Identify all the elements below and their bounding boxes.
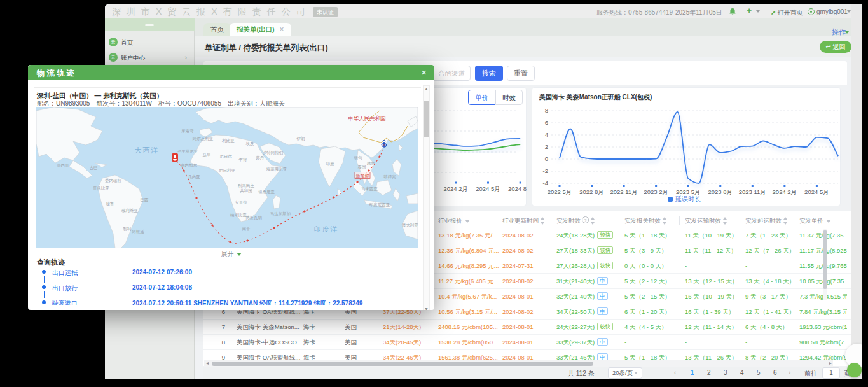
sort-icon[interactable]: [783, 217, 789, 225]
sidebar-collapse-dash-icon[interactable]: [145, 24, 154, 26]
scroll-right-arrow-icon[interactable]: ▸: [827, 360, 834, 367]
svg-text:坦桑尼亚: 坦桑尼亚: [258, 190, 275, 194]
timeline-event-label: 出口运抵: [52, 269, 78, 278]
account-circle-icon: 云: [109, 53, 118, 62]
logistics-track-modal: 物流轨迹 × 深圳-盐田（中国） — 弗利克斯托（英国） 船名：UN989300…: [28, 65, 434, 310]
table-row[interactable]: 9美国海卡 OA联盟航线...海卡美国34天(22-46天)1561.38 元/…: [203, 350, 851, 360]
table-row[interactable]: 7美国海卡 美森Matson...海卡美国21天(14-28天)2408.16 …: [203, 320, 851, 335]
modal-title: 物流轨迹: [37, 68, 76, 79]
pagination-page-4[interactable]: 4: [740, 369, 744, 376]
toggle-lead-time[interactable]: 时效: [495, 90, 523, 105]
timeline-dot-icon: [42, 285, 46, 289]
tab-home[interactable]: 首页: [203, 23, 231, 36]
svg-text:2022 8月: 2022 8月: [579, 188, 604, 195]
user-menu[interactable]: gmylbg001: [808, 8, 848, 15]
svg-text:毛里塔尼亚: 毛里塔尼亚: [177, 149, 198, 154]
frame-bottom: [0, 379, 868, 387]
cell-lead: 31天(21-40天)中: [556, 274, 624, 289]
quick-add-button[interactable]: +: [747, 6, 752, 16]
pagination-page-5[interactable]: 5: [757, 369, 761, 376]
table-horizontal-scrollbar-thumb[interactable]: [212, 362, 593, 366]
modal-scrollbar-thumb[interactable]: [424, 101, 429, 137]
map-expand-button[interactable]: 展开: [28, 250, 434, 258]
sort-caret-icon[interactable]: [826, 220, 831, 223]
legend-label: 延误时长: [675, 195, 701, 202]
svg-text:几内亚: 几内亚: [188, 174, 200, 179]
cell-country: 美国: [345, 350, 383, 360]
info-icon[interactable]: ?: [582, 216, 589, 223]
table-header-行业报价[interactable]: 行业报价: [438, 214, 502, 228]
cell-ind_lead: 21天(14-28天): [383, 320, 438, 335]
cell-ind_price: 12.36 元/kg(6.804 元...: [438, 243, 502, 258]
table-header-行业更新时间[interactable]: 行业更新时间: [502, 214, 556, 228]
cell-lead: 34天(22-50天)中: [556, 304, 624, 320]
delay-chart-legend[interactable]: 延误时长: [668, 195, 701, 204]
table-header-实发报关时效[interactable]: 实发报关时效: [624, 214, 685, 228]
company-status-badge: 未认证: [313, 7, 338, 17]
table-header-实发起运时效[interactable]: 实发起运时效: [745, 214, 799, 228]
tab-declaration-label: 报关单(出口): [237, 25, 275, 33]
username-label: gmylbg001: [816, 8, 848, 15]
timeline-dot-icon: [42, 300, 46, 304]
cell-ind_lead: 34天(22-46天): [383, 350, 438, 360]
pagination-page-1[interactable]: 1: [691, 369, 694, 376]
cell-ind_lead: 34天(20-45天): [383, 335, 438, 350]
pagination-goto-input[interactable]: 1: [822, 367, 840, 379]
pagination-page-3[interactable]: 3: [724, 369, 727, 376]
tab-declaration-export[interactable]: 报关单(出口)×: [230, 23, 291, 36]
cell-t_customs: 4 天（4 - 5 天）: [624, 320, 685, 335]
screenshot-stage: 深圳市X贸云报X有限责任公司 未认证 服务热线：0755-86574419 20…: [0, 0, 868, 387]
svg-text:新加坡: 新加坡: [356, 173, 369, 178]
browser-scrollbar[interactable]: [851, 4, 862, 379]
bell-icon[interactable]: [729, 7, 736, 18]
ship-label: 船名：: [37, 100, 56, 107]
svg-text:2022 5月: 2022 5月: [548, 188, 572, 195]
sort-icon[interactable]: [663, 217, 668, 225]
sort-icon[interactable]: [541, 217, 546, 225]
svg-text:纳米比亚: 纳米比亚: [230, 213, 247, 217]
cell-t_transport: 13 天（12 - 15 天）: [685, 274, 745, 289]
container-label: 柜号：: [158, 100, 177, 107]
cell-t_customs: 5 天（2 - 12 天）: [624, 274, 685, 289]
cell-t_depart: 7 天（1 - 23 天）: [745, 228, 799, 243]
back-button[interactable]: ↩ 返回: [820, 41, 851, 53]
plus-caret-icon[interactable]: [756, 10, 760, 13]
table-vertical-scrollbar-thumb[interactable]: [823, 230, 827, 289]
table-header-实发运输时效[interactable]: 实发运输时效: [685, 214, 745, 228]
cell-name: 美国海卡 OA联盟航线...: [237, 350, 303, 360]
home-circle-icon: 云: [109, 38, 118, 46]
floating-service-button[interactable]: [847, 363, 862, 377]
table-header-实发单价[interactable]: 实发单价: [799, 214, 847, 228]
cell-t_transport: 13 天（11 - 26 天）: [685, 350, 745, 360]
sort-icon[interactable]: [723, 217, 728, 225]
timeline-event-time: 2024-07-12 18:04:08: [132, 284, 192, 291]
modal-scroll-up-icon[interactable]: ▲: [424, 86, 429, 92]
svg-text:2: 2: [545, 143, 548, 150]
svg-text:沙特阿拉伯: 沙特阿拉伯: [263, 150, 284, 155]
expand-caret-icon: [237, 253, 242, 256]
svg-text:埃及: 埃及: [245, 141, 255, 146]
hotline-text: 服务热线：0755-86574419: [596, 8, 673, 17]
page-size-select[interactable]: 20条/页: [608, 367, 642, 379]
pagination-page-6[interactable]: 6: [773, 369, 777, 376]
cell-t_transport: 16 天（1 - 39 天）: [685, 304, 745, 320]
cell-name: 美国海卡 美森Matson...: [237, 320, 303, 335]
action-dropdown[interactable]: 操作: [832, 27, 846, 37]
modal-scroll-down-icon[interactable]: ▼: [424, 306, 429, 310]
modal-close-icon[interactable]: ×: [421, 67, 427, 78]
reset-button[interactable]: 重置: [507, 66, 535, 81]
pagination-prev[interactable]: ‹: [674, 369, 676, 376]
toggle-unit-price[interactable]: 单价: [468, 90, 495, 105]
svg-text:2024 5月: 2024 5月: [476, 185, 500, 192]
pagination-page-2[interactable]: 2: [707, 369, 711, 376]
search-button[interactable]: 搜索: [475, 66, 503, 81]
world-map[interactable]: 墨西哥古巴委内瑞拉哥伦比亚秘鲁巴西玻利维亚智利阿根廷摩洛哥阿尔及利亚利比亚埃及毛…: [36, 107, 418, 248]
open-home-link[interactable]: ➚打开首页: [771, 8, 803, 17]
table-header-实发时效[interactable]: 实发时效?: [556, 214, 624, 228]
scroll-left-arrow-icon[interactable]: ◂: [204, 360, 210, 367]
pagination-next[interactable]: ›: [789, 369, 790, 376]
tab-close-icon[interactable]: ×: [280, 25, 284, 34]
table-row[interactable]: 8美国海卡-中远COSCO...海卡美国34天(20-45天)1538.28 元…: [203, 335, 851, 350]
sort-icon[interactable]: [591, 217, 596, 225]
sort-caret-icon[interactable]: [465, 220, 470, 223]
